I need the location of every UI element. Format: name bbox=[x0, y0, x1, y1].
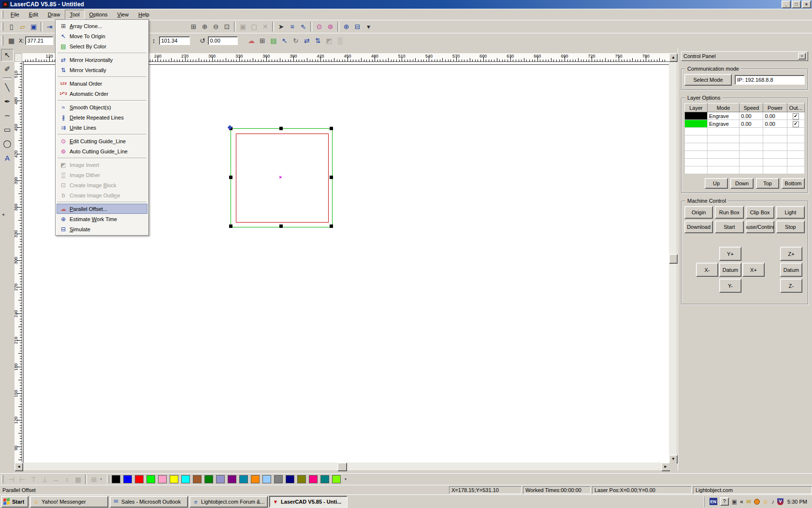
speaker-tray-icon[interactable]: ♪ bbox=[771, 498, 774, 505]
menu-item-simulate[interactable]: ⊟Simulate bbox=[57, 224, 147, 234]
simulate-icon[interactable]: ⊟ bbox=[352, 21, 363, 32]
start-button[interactable]: Start bbox=[1, 496, 29, 508]
toolbox-scroll-icon[interactable]: ◂ bbox=[2, 212, 4, 217]
color-swatch-3[interactable] bbox=[135, 475, 144, 483]
light-button[interactable]: Light bbox=[776, 206, 805, 219]
taskbar-task-outlook[interactable]: ✉Sales - Microsoft Outlook bbox=[110, 496, 188, 508]
color-swatch-9[interactable] bbox=[204, 475, 213, 483]
selection-handle[interactable] bbox=[279, 224, 283, 228]
toolbar-overflow-icon[interactable]: ▾ bbox=[363, 21, 374, 32]
menu-item-select-by-color[interactable]: ▤Select By Color bbox=[57, 41, 147, 51]
text-tool[interactable]: A bbox=[1, 151, 14, 164]
color-swatch-18[interactable] bbox=[309, 475, 318, 483]
color-swatch-13[interactable] bbox=[251, 475, 260, 483]
color-swatch-7[interactable] bbox=[181, 475, 190, 483]
z-plus-button[interactable]: Z+ bbox=[780, 247, 802, 261]
new-file-icon[interactable]: ▯ bbox=[6, 21, 17, 32]
selection-handle[interactable] bbox=[229, 176, 232, 179]
layer-row-empty[interactable] bbox=[685, 159, 805, 166]
parallel-offset-icon[interactable]: ☁ bbox=[246, 35, 257, 46]
layer-row-empty[interactable] bbox=[685, 128, 805, 135]
layer-row-empty[interactable] bbox=[685, 166, 805, 174]
color-swatch-19[interactable] bbox=[320, 475, 329, 483]
ip-address-field[interactable]: IP: 192.168.8.8 bbox=[735, 75, 805, 85]
color-swatch-6[interactable] bbox=[170, 475, 178, 483]
horizontal-scrollbar[interactable]: ◄ ► bbox=[14, 463, 669, 470]
color-swatch-11[interactable] bbox=[228, 475, 236, 483]
color-swatch-14[interactable] bbox=[262, 475, 271, 483]
menu-item-delete-repeated-lines[interactable]: ∦Delete Repeated Lines bbox=[57, 112, 147, 122]
top-button[interactable]: Top bbox=[756, 178, 779, 189]
layer-color-swatch[interactable] bbox=[685, 112, 708, 120]
z-minus-button[interactable]: Z- bbox=[780, 279, 802, 293]
x-position-input[interactable] bbox=[25, 36, 53, 45]
scroll-left-icon[interactable]: ◄ bbox=[14, 463, 23, 471]
color-swatch-16[interactable] bbox=[286, 475, 294, 483]
color-swatch-15[interactable] bbox=[274, 475, 283, 483]
set-output-order-icon[interactable]: ≡ bbox=[287, 21, 298, 32]
layer-power-cell[interactable]: 0.00 bbox=[763, 120, 787, 128]
menu-item-manual-order[interactable]: 123Manual Order bbox=[57, 78, 147, 89]
layer-mode-cell[interactable]: Engrave bbox=[707, 112, 739, 120]
restore-tray-icon[interactable]: ▣ bbox=[732, 498, 737, 505]
node-select-icon[interactable]: ⇖ bbox=[298, 21, 309, 32]
layer-row[interactable]: Engrave0.000.00✓ bbox=[685, 120, 805, 128]
save-file-icon[interactable]: ▣ bbox=[28, 21, 39, 32]
menu-item-edit-cutting-guide-line[interactable]: ⊙Edit Cutting Guide_Line bbox=[57, 136, 147, 146]
layer-color-swatch[interactable] bbox=[685, 120, 708, 128]
layer-output-checkbox[interactable]: ✓ bbox=[793, 113, 799, 120]
zoom-in-icon[interactable]: ⊕ bbox=[199, 21, 210, 32]
taskbar-task-lasercad[interactable]: ▼LaserCAD V5.85 - Unti... bbox=[269, 496, 348, 508]
mirror-vertical-icon[interactable]: ⇅ bbox=[312, 35, 323, 46]
color-swatch-17[interactable] bbox=[297, 475, 306, 483]
select-mode-button[interactable]: Select Mode bbox=[684, 74, 732, 86]
polyline-tool[interactable]: ∼ bbox=[1, 109, 14, 122]
jog-x-minus-button[interactable]: X- bbox=[696, 263, 718, 277]
color-swatch-12[interactable] bbox=[239, 475, 248, 483]
layer-output-checkbox[interactable]: ✓ bbox=[793, 121, 799, 127]
control-panel-close-icon[interactable]: × bbox=[798, 53, 806, 60]
zoom-out-icon[interactable]: ⊖ bbox=[210, 21, 221, 32]
mirror-horizontal-icon[interactable]: ⇄ bbox=[301, 35, 312, 46]
close-button[interactable]: × bbox=[802, 0, 811, 8]
layer-column-header[interactable]: Out... bbox=[787, 104, 804, 112]
auto-cutting-guide-icon[interactable]: ⊚ bbox=[325, 21, 336, 32]
menu-item-smooth-object-s[interactable]: ≈Smooth Object(s) bbox=[57, 102, 147, 112]
maximize-button[interactable]: □ bbox=[792, 0, 801, 8]
import-icon[interactable]: ⇥ bbox=[44, 21, 55, 32]
layer-row-empty[interactable] bbox=[685, 151, 805, 159]
select-tool[interactable]: ↖ bbox=[1, 49, 14, 61]
clock-tray-icon[interactable] bbox=[754, 499, 760, 505]
menu-item-auto-cutting-guide-line[interactable]: ⊚Auto Cutting Guide_Line bbox=[57, 146, 147, 156]
layer-mode-cell[interactable]: Engrave bbox=[707, 120, 739, 128]
jog-datum-button[interactable]: Datum bbox=[719, 263, 741, 277]
clip-box-button[interactable]: Clip Box bbox=[746, 206, 774, 219]
rotate-icon[interactable]: ↻ bbox=[290, 35, 301, 46]
selection-handle[interactable] bbox=[330, 176, 333, 179]
bottom-button[interactable]: Bottom bbox=[782, 178, 805, 189]
color-swatch-10[interactable] bbox=[216, 475, 225, 483]
menubar-item-file[interactable]: File bbox=[6, 10, 24, 19]
menu-item-parallel-offset[interactable]: ☁Parallel Offset... bbox=[57, 204, 147, 214]
menubar-item-edit[interactable]: Edit bbox=[24, 10, 43, 19]
selection-handle[interactable] bbox=[330, 127, 333, 130]
vertical-scrollbar[interactable]: ▲ ▼ bbox=[669, 53, 677, 463]
menu-item-estimate-work-time[interactable]: ⊕Estimate Work Time bbox=[57, 214, 147, 224]
edit-cutting-guide-icon[interactable]: ⊙ bbox=[314, 21, 325, 32]
vertical-scroll-thumb[interactable] bbox=[669, 254, 678, 264]
color-swatch-8[interactable] bbox=[193, 475, 202, 483]
menu-item-mirror-vertically[interactable]: ⇅Mirror Vertically bbox=[57, 65, 147, 75]
zoom-all-icon[interactable]: ⊡ bbox=[221, 21, 232, 32]
jog-y-plus-button[interactable]: Y+ bbox=[719, 247, 741, 261]
up-button[interactable]: Up bbox=[705, 178, 728, 189]
layer-speed-cell[interactable]: 0.00 bbox=[740, 120, 763, 128]
color-swatch-20[interactable] bbox=[332, 475, 341, 483]
down-button[interactable]: Down bbox=[730, 178, 754, 189]
language-indicator[interactable]: EN bbox=[710, 498, 717, 505]
rectangle-tool[interactable]: ▭ bbox=[1, 123, 14, 136]
start-button[interactable]: Start bbox=[715, 221, 743, 233]
toolbar-gripper[interactable] bbox=[1, 11, 3, 18]
menubar-item-draw[interactable]: Draw bbox=[43, 10, 65, 19]
dropdown-arrow-icon[interactable]: ▾ bbox=[100, 477, 102, 481]
color-swatch-1[interactable] bbox=[112, 475, 120, 483]
